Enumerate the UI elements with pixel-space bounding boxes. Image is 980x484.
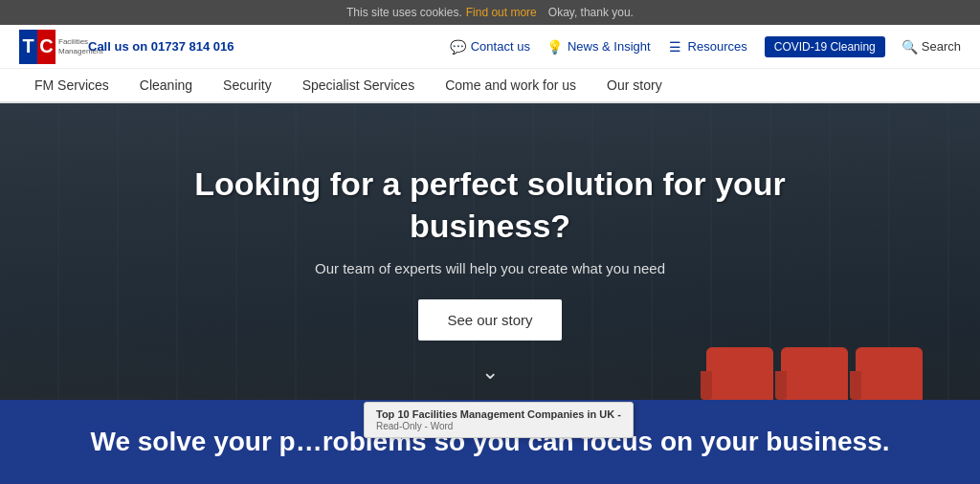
search-label: Search [922,39,961,54]
logo-tc: T C [19,30,56,64]
main-nav: FM Services Cleaning Security Specialist… [0,69,980,103]
hero-content: Looking for a perfect solution for your … [0,103,980,400]
see-our-story-button[interactable]: See our story [418,299,561,341]
contact-us-label: Contact us [471,39,530,54]
word-popup-title: Top 10 Facilities Management Companies i… [376,408,621,420]
phone-number[interactable]: 01737 814 016 [151,39,234,54]
nav-item-cleaning[interactable]: Cleaning [124,68,208,102]
word-popup: Top 10 Facilities Management Companies i… [364,402,634,438]
header-left: T C FacilitiesManagement Call us on 0173… [19,29,234,65]
dismiss-button[interactable]: Okay, thank you. [548,6,634,19]
covid-cleaning-button[interactable]: COVID-19 Cleaning [765,36,885,57]
hero-title: Looking for a perfect solution for your … [155,163,825,247]
nav-item-fm-services[interactable]: FM Services [19,68,124,102]
word-popup-subtitle: Read-Only - Word [376,421,621,431]
chat-icon: 💬 [451,39,466,55]
phone-prefix: Call us on [88,39,151,54]
nav-item-work-for-us[interactable]: Come and work for us [430,68,591,102]
contact-us-link[interactable]: 💬 Contact us [451,39,530,55]
bottom-text-start: We solve your p [90,427,295,456]
logo-t-letter: T [19,30,37,64]
news-insight-link[interactable]: 💡 News & Insight [547,39,651,55]
bulb-icon: 💡 [547,39,563,55]
list-icon: ☰ [668,39,683,55]
hero-section: Looking for a perfect solution for your … [0,103,980,400]
header-right: 💬 Contact us 💡 News & Insight ☰ Resource… [451,36,961,57]
resources-label: Resources [688,39,747,54]
header: T C FacilitiesManagement Call us on 0173… [0,25,980,69]
news-insight-label: News & Insight [568,39,651,54]
search-icon: 🔍 [902,39,918,55]
nav-item-our-story[interactable]: Our story [591,68,678,102]
resources-link[interactable]: ☰ Resources [668,39,747,55]
hero-subtitle: Our team of experts will help you create… [315,260,665,276]
notification-text: This site uses cookies. [346,6,462,19]
scroll-down-chevron[interactable]: ⌄ [481,360,499,385]
nav-item-security[interactable]: Security [208,68,287,102]
find-out-more-link[interactable]: Find out more [466,6,537,19]
logo[interactable]: T C FacilitiesManagement [19,29,77,65]
logo-c-letter: C [37,30,56,64]
nav-item-specialist[interactable]: Specialist Services [287,68,431,102]
nav-items: FM Services Cleaning Security Specialist… [19,68,678,102]
notification-bar: This site uses cookies. Find out more Ok… [0,0,980,25]
phone-text: Call us on 01737 814 016 [88,39,234,54]
search-button[interactable]: 🔍 Search [902,39,961,55]
bottom-section: We solve your p…roblems so you can focus… [0,400,980,484]
